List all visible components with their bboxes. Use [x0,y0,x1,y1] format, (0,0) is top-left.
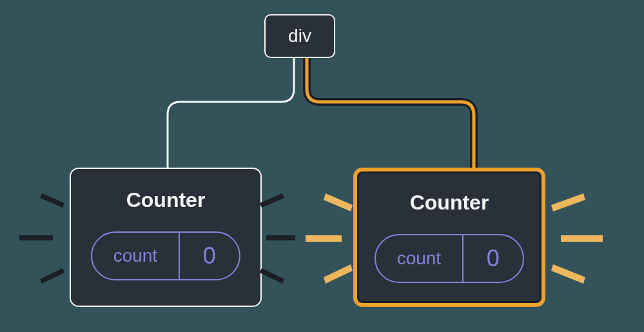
state-key-right: count [376,235,463,282]
svg-marker-1 [19,235,53,240]
state-value-right: 0 [463,235,523,282]
svg-marker-2 [40,268,64,284]
counter-title-left: Counter [126,188,206,212]
counter-node-left: Counter count 0 [70,168,262,307]
root-node-div: div [264,14,335,58]
svg-marker-5 [260,268,284,284]
svg-marker-3 [260,193,284,208]
svg-marker-10 [561,235,603,242]
state-value-left: 0 [180,233,239,279]
counter-node-right: Counter count 0 [353,168,545,307]
svg-marker-0 [40,193,64,208]
state-pill-left: count 0 [91,231,240,280]
svg-marker-7 [306,235,342,242]
svg-marker-8 [324,264,353,284]
burst-right-right [538,155,641,322]
counter-title-right: Counter [410,191,489,215]
svg-marker-4 [266,235,295,240]
svg-marker-9 [551,193,585,211]
svg-marker-6 [324,193,353,211]
root-node-label: div [288,26,311,46]
state-pill-right: count 0 [375,234,524,283]
state-key-left: count [92,233,180,279]
svg-marker-11 [551,264,585,284]
